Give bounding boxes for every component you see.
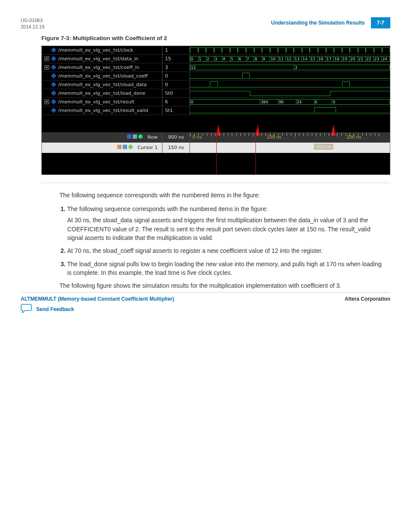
cursor-label: Cursor 1 xyxy=(137,145,158,150)
expand-icon[interactable]: + xyxy=(44,65,49,70)
time-rows: Now 900 ns 0 ns 100 ns 200 ns Cursor 1 1… xyxy=(42,132,390,153)
signal-diamond-icon xyxy=(51,47,56,53)
section-title: Understanding the Simulation Results xyxy=(271,20,364,26)
signal-diamond-icon xyxy=(51,108,56,113)
now-value: 900 ns xyxy=(162,132,190,143)
signal-name[interactable]: +/memmult_ex_vlg_vec_tst/data_in xyxy=(42,55,162,63)
chat-bubble-icon[interactable] xyxy=(21,304,32,315)
signal-value: St1 xyxy=(162,106,190,115)
signal-name[interactable]: +/memmult_ex_vlg_vec_tst/result xyxy=(42,98,162,106)
signal-wave: 123 xyxy=(190,63,390,72)
marker-line-1 xyxy=(216,132,217,174)
doc-date: 2014.12.19 xyxy=(21,24,44,30)
figure-caption: Figure 7-3: Multiplication with Coeffici… xyxy=(41,35,390,41)
body-text: The following sequence corresponds with … xyxy=(59,191,387,290)
signal-value: 6 xyxy=(162,98,190,106)
signal-value: St0 xyxy=(162,89,190,97)
header-right: Understanding the Simulation Results 7-7 xyxy=(271,17,390,28)
page-header: UG-01063 2014.12.19 Understanding the Si… xyxy=(21,17,390,31)
signal-row[interactable]: +/memmult_ex_vlg_vec_tst/data_in15012345… xyxy=(42,55,390,63)
intro-paragraph: The following sequence corresponds with … xyxy=(59,191,387,199)
signal-row[interactable]: /memmult_ex_vlg_vec_tst/clock1 xyxy=(42,46,390,55)
signal-wave xyxy=(190,46,390,54)
doc-id: UG-01063 xyxy=(21,17,44,24)
axis-label-right: 200 ns xyxy=(347,135,361,140)
signal-name[interactable]: /memmult_ex_vlg_vec_tst/load_done xyxy=(42,89,162,97)
signal-diamond-icon xyxy=(51,56,56,62)
page-badge: 7-7 xyxy=(371,17,390,28)
page-footer: ALTMEMMULT (Memory-based Constant Coeffi… xyxy=(21,292,390,302)
signal-name[interactable]: +/memmult_ex_vlg_vec_tst/coeff_in xyxy=(42,63,162,72)
footer-right: Altera Corporation xyxy=(345,296,390,302)
footer-left: ALTMEMMULT (Memory-based Constant Coeffi… xyxy=(21,296,174,302)
signal-wave: 0123456789101112131415161718192021222324 xyxy=(190,55,390,63)
signal-value: 0 xyxy=(162,81,190,89)
signal-row[interactable]: +/memmult_ex_vlg_vec_tst/coeff_in3123 xyxy=(42,63,390,72)
now-row: Now 900 ns 0 ns 100 ns 200 ns xyxy=(42,132,390,143)
list-item: The load_done signal pulls low to begin … xyxy=(67,260,387,277)
signal-row[interactable]: /memmult_ex_vlg_vec_tst/sload_data0 xyxy=(42,81,390,89)
signal-value: 0 xyxy=(162,72,190,80)
feedback-block: Send Feedback xyxy=(21,304,74,315)
signal-wave: 0384962460 xyxy=(190,98,390,106)
now-label: Now xyxy=(147,134,158,140)
expand-icon[interactable]: + xyxy=(44,56,49,61)
signal-value: 1 xyxy=(162,46,190,54)
signal-value: 15 xyxy=(162,55,190,63)
list-item: At 70 ns, the sload_coeff signal asserts… xyxy=(67,246,387,255)
signal-diamond-icon xyxy=(51,82,56,87)
signal-name[interactable]: /memmult_ex_vlg_vec_tst/clock xyxy=(42,46,162,54)
signal-name[interactable]: /memmult_ex_vlg_vec_tst/sload_coeff xyxy=(42,72,162,80)
signal-wave xyxy=(190,106,390,115)
signal-name[interactable]: /memmult_ex_vlg_vec_tst/result_valid xyxy=(42,106,162,115)
axis-label-mid: 100 ns xyxy=(267,135,281,140)
signal-wave xyxy=(190,89,390,97)
signal-diamond-icon xyxy=(51,99,56,105)
expand-icon[interactable]: + xyxy=(44,100,49,104)
marker-line-2 xyxy=(255,132,256,174)
signal-diamond-icon xyxy=(51,65,56,70)
signal-row[interactable]: /memmult_ex_vlg_vec_tst/result_validSt1 xyxy=(42,106,390,115)
cursor-marker[interactable]: 150 ns xyxy=(314,144,333,149)
send-feedback-link[interactable]: Send Feedback xyxy=(36,306,74,312)
signal-diamond-icon xyxy=(51,73,56,79)
numbered-list: The following sequence corresponds with … xyxy=(59,205,387,277)
signal-row[interactable]: +/memmult_ex_vlg_vec_tst/result603849624… xyxy=(42,98,390,106)
cursor-row: Cursor 1 150 ns 150 ns xyxy=(42,143,390,153)
cursor-value: 150 ns xyxy=(162,143,190,153)
signal-name[interactable]: /memmult_ex_vlg_vec_tst/sload_data xyxy=(42,81,162,89)
signal-wave xyxy=(190,72,390,80)
outro-paragraph: The following figure shows the simulatio… xyxy=(59,281,387,290)
toolstrip-icons xyxy=(127,134,144,140)
signal-row[interactable]: /memmult_ex_vlg_vec_tst/load_doneSt0 xyxy=(42,89,390,98)
axis-label-left: 0 ns xyxy=(193,135,202,140)
doc-meta: UG-01063 2014.12.19 xyxy=(21,17,44,31)
signal-row[interactable]: /memmult_ex_vlg_vec_tst/sload_coeff0 xyxy=(42,72,390,81)
signal-diamond-icon xyxy=(51,90,56,96)
signal-value: 3 xyxy=(162,63,190,72)
signal-wave xyxy=(190,81,390,89)
list-item: The following sequence corresponds with … xyxy=(67,205,387,242)
waveform-viewer: /memmult_ex_vlg_vec_tst/clock1+/memmult_… xyxy=(41,46,390,175)
cursor-tool-icons xyxy=(117,145,134,150)
